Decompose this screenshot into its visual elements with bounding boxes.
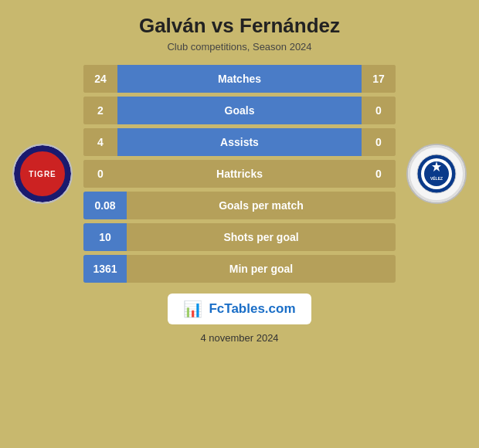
fctables-logo[interactable]: 📊 FcTables.com — [168, 294, 311, 324]
gpm-label: Goals per match — [127, 199, 396, 212]
hattricks-left-val: 0 — [83, 160, 117, 188]
fctables-text: FcTables.com — [209, 301, 295, 317]
matches-left-val: 24 — [83, 65, 117, 93]
hattricks-bar-area: Hattricks — [117, 160, 362, 188]
goals-right-val: 0 — [362, 97, 396, 124]
gpm-val: 0.08 — [83, 192, 127, 219]
assists-left-val: 4 — [83, 128, 117, 156]
stat-row-matches: 24 Matches 17 — [83, 65, 396, 93]
stat-row-mpg: 1361 Min per goal — [83, 255, 396, 283]
matches-bar-right — [259, 65, 362, 93]
goals-left-val: 2 — [83, 97, 117, 124]
matches-bar-left — [117, 65, 259, 93]
spg-label: Shots per goal — [127, 231, 396, 243]
matches-bar-area: Matches — [117, 65, 362, 93]
left-logo-circle: TIGRE — [12, 144, 73, 204]
page: Galván vs Fernández Club competitions, S… — [0, 0, 479, 448]
mpg-label: Min per goal — [127, 263, 396, 275]
velez-svg: VÉLEZ — [416, 154, 457, 194]
right-logo-circle: VÉLEZ — [406, 144, 467, 204]
stat-row-spg: 10 Shots per goal — [83, 223, 396, 251]
main-content: TIGRE 24 Matches 17 2 G — [8, 65, 471, 283]
assists-bar-area: Assists — [117, 128, 362, 156]
stat-row-gpm: 0.08 Goals per match — [83, 192, 396, 219]
mpg-val: 1361 — [83, 255, 127, 283]
tigre-logo: TIGRE — [14, 145, 71, 202]
goals-bar-left — [117, 97, 362, 124]
velez-logo: VÉLEZ — [408, 145, 465, 202]
right-team-logo: VÉLEZ — [402, 144, 471, 204]
stats-area: 24 Matches 17 2 Goals 0 4 — [77, 65, 402, 283]
fctables-chart-icon: 📊 — [183, 300, 202, 318]
tigre-label: TIGRE — [29, 170, 56, 178]
stat-row-hattricks: 0 Hattricks 0 — [83, 160, 396, 188]
stat-row-goals: 2 Goals 0 — [83, 97, 396, 124]
goals-bar-area: Goals — [117, 97, 362, 124]
svg-text:VÉLEZ: VÉLEZ — [430, 175, 443, 181]
assists-bar-left — [117, 128, 362, 156]
matches-right-val: 17 — [362, 65, 396, 93]
date-text: 4 november 2024 — [200, 332, 278, 344]
hattricks-right-val: 0 — [362, 160, 396, 188]
spg-val: 10 — [83, 223, 127, 251]
assists-right-val: 0 — [362, 128, 396, 156]
tigre-inner: TIGRE — [17, 148, 68, 199]
left-team-logo: TIGRE — [8, 144, 77, 204]
velez-inner: VÉLEZ — [413, 151, 460, 197]
page-title: Galván vs Fernández — [139, 14, 340, 38]
page-subtitle: Club competitions, Season 2024 — [167, 41, 311, 53]
hattricks-label: Hattricks — [117, 168, 362, 180]
stat-row-assists: 4 Assists 0 — [83, 128, 396, 156]
